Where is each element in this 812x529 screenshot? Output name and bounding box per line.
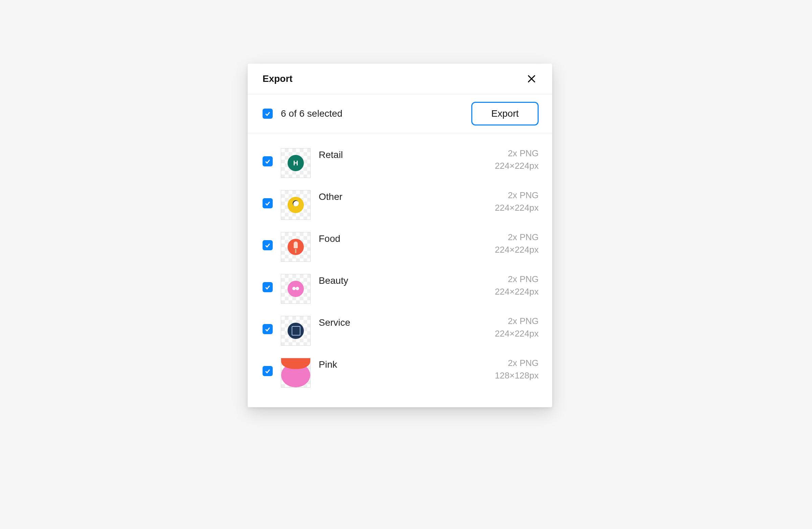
item-meta: 2x PNG 128×128px [495, 358, 539, 381]
toolbar: 6 of 6 selected Export [248, 94, 552, 133]
item-checkbox[interactable] [263, 240, 273, 250]
check-icon [264, 200, 271, 207]
item-size: 224×224px [495, 328, 539, 339]
item-meta: 2x PNG 224×224px [495, 190, 539, 213]
close-icon [526, 74, 537, 84]
dialog-header: Export [248, 63, 552, 94]
retail-icon: H [288, 155, 304, 171]
item-name: Retail [319, 148, 487, 160]
item-checkbox[interactable] [263, 324, 273, 334]
check-icon [264, 242, 271, 249]
export-button[interactable]: Export [471, 102, 539, 126]
item-size: 224×224px [495, 245, 539, 255]
item-size: 224×224px [495, 286, 539, 297]
item-format: 2x PNG [495, 274, 539, 284]
check-icon [264, 326, 271, 333]
pink-icon [281, 358, 310, 387]
toolbar-left: 6 of 6 selected [263, 108, 343, 119]
export-item-service: Service 2x PNG 224×224px [263, 310, 539, 352]
item-format: 2x PNG [495, 316, 539, 326]
item-name: Beauty [319, 274, 487, 286]
export-dialog: Export 6 of 6 selected Export H Retail 2… [248, 63, 552, 407]
item-size: 128×128px [495, 370, 539, 381]
item-format: 2x PNG [495, 358, 539, 368]
item-checkbox[interactable] [263, 366, 273, 376]
item-size: 224×224px [495, 203, 539, 213]
food-icon [288, 239, 304, 255]
item-meta: 2x PNG 224×224px [495, 274, 539, 297]
item-format: 2x PNG [495, 148, 539, 159]
item-meta: 2x PNG 224×224px [495, 316, 539, 339]
dialog-title: Export [263, 73, 293, 84]
item-checkbox[interactable] [263, 198, 273, 208]
other-icon [288, 197, 304, 213]
item-thumbnail [281, 358, 310, 387]
selected-count: 6 of 6 selected [281, 108, 343, 119]
export-item-other: Other 2x PNG 224×224px [263, 184, 539, 226]
item-thumbnail [281, 190, 310, 220]
export-item-food: Food 2x PNG 224×224px [263, 226, 539, 268]
item-name: Food [319, 232, 487, 244]
item-meta: 2x PNG 224×224px [495, 148, 539, 171]
item-meta: 2x PNG 224×224px [495, 232, 539, 255]
check-icon [264, 284, 271, 291]
check-icon [264, 110, 271, 117]
close-button[interactable] [524, 72, 539, 86]
item-name: Other [319, 190, 487, 202]
export-item-beauty: Beauty 2x PNG 224×224px [263, 268, 539, 310]
item-checkbox[interactable] [263, 282, 273, 292]
item-thumbnail [281, 274, 310, 304]
select-all-checkbox[interactable] [263, 108, 273, 119]
item-name: Pink [319, 358, 487, 370]
check-icon [264, 158, 271, 165]
item-format: 2x PNG [495, 232, 539, 243]
item-name: Service [319, 316, 487, 328]
beauty-icon [288, 281, 304, 297]
export-items-list: H Retail 2x PNG 224×224px Other 2x PNG 2… [248, 133, 552, 407]
check-icon [264, 368, 271, 374]
export-item-pink: Pink 2x PNG 128×128px [263, 352, 539, 394]
service-icon [288, 323, 304, 339]
item-format: 2x PNG [495, 190, 539, 201]
item-checkbox[interactable] [263, 156, 273, 166]
item-thumbnail [281, 232, 310, 262]
export-item-retail: H Retail 2x PNG 224×224px [263, 142, 539, 184]
item-thumbnail [281, 316, 310, 346]
item-thumbnail: H [281, 148, 310, 178]
item-size: 224×224px [495, 161, 539, 171]
